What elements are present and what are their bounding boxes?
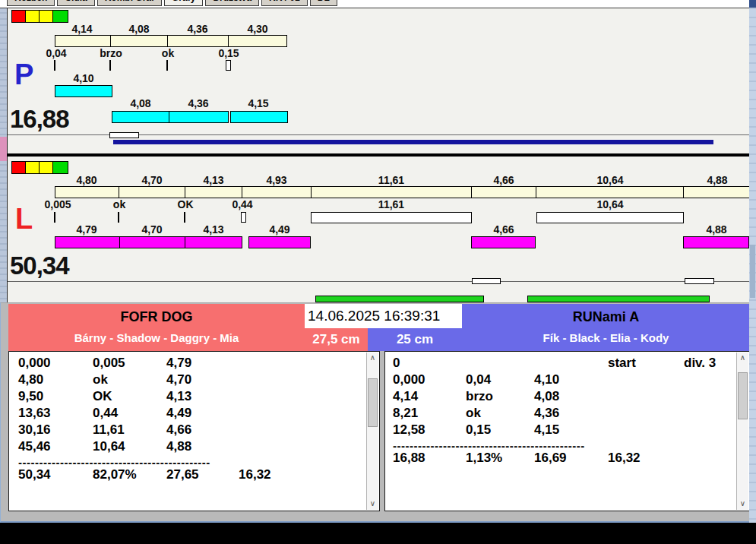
left-team-name: FOFR DOG [8,304,305,325]
bottom-black-band [0,523,756,544]
table-cell: 9,50 [18,389,43,404]
table-row: 0startdiv. 3 [385,356,736,372]
table-cell: 4,10 [534,372,559,387]
right-team-name: RUNami A [462,304,750,325]
scroll-down-icon[interactable]: ∨ [737,498,748,510]
totals-cell: 1,13% [466,451,502,466]
table-cell: 4,70 [166,372,191,387]
table-cell: 4,66 [166,422,191,438]
table-row: 0,0000,044,10 [385,372,736,389]
dash-separator: ----------------------------------------… [385,439,736,451]
table-cell: 4,08 [534,389,559,404]
left-table-content: 0,0000,0054,794,80ok4,709,50OK4,1313,630… [9,352,366,511]
table-row: 30,1611,614,66 [9,422,366,439]
table-cell: 4,15 [534,422,559,438]
tab-dru-stva[interactable]: Družstva [205,0,259,6]
tab-strip: RozbehČidlaKombi GrafGrafyDružstvaKK / 0… [0,0,756,6]
table-cell: 45,46 [18,439,51,454]
totals-cell: 50,34 [18,467,51,482]
totals-cell: 16,69 [534,451,567,466]
tab--idla[interactable]: Čidla [57,0,94,6]
table-cell: 13,63 [18,406,51,421]
table-cell: 0,04 [466,372,491,387]
right-table-content: 0startdiv. 30,0000,044,104,14brzo4,088,2… [385,352,736,511]
right-results-table: 0startdiv. 30,0000,044,104,14brzo4,088,2… [384,351,750,511]
scroll-up-icon[interactable]: ∧ [367,353,378,364]
table-cell: 4,88 [166,439,191,454]
table-cell: 0 [393,356,400,371]
table-row: 0,0000,0054,79 [9,356,366,372]
table-cell: 0,000 [18,356,51,371]
left-team-header: FOFR DOG Bárny - Shadow - Daggry - Mia [8,304,305,351]
table-row: 45,4610,644,88 [9,439,366,456]
right-team-header: RUNami A Fík - Black - Elia - Kody [462,304,750,351]
left-table-scrollbar[interactable]: ∧ ∨ [366,353,378,510]
scroll-down-icon[interactable]: ∨ [367,498,378,510]
totals-row: 16,881,13%16,6916,32 [385,451,736,467]
timing-chart-panel [7,8,750,302]
totals-cell: 16,32 [608,451,641,466]
table-cell: 4,13 [166,389,191,404]
totals-cell: 16,88 [393,451,425,466]
tab-rozbeh[interactable]: Rozbeh [7,0,55,6]
table-cell: 0,44 [93,406,118,421]
scrollbar-thumb[interactable] [368,378,378,427]
dash-separator: ----------------------------------------… [9,456,366,467]
left-jump-height: 27,5 cm [305,328,368,351]
right-team-dogs: Fík - Black - Elia - Kody [462,331,750,344]
table-cell: 0,15 [466,422,491,438]
left-team-dogs: Bárny - Shadow - Daggry - Mia [8,331,305,344]
table-row: 13,630,444,49 [9,406,366,422]
table-row: 8,21ok4,36 [385,406,736,422]
scrollbar-corner [749,0,756,8]
table-cell: 12,58 [393,422,425,438]
left-edge-scrollbar[interactable] [0,8,7,302]
right-jump-height: 25 cm [368,328,462,351]
table-cell: 4,14 [393,389,418,404]
table-cell: 0,000 [393,372,425,387]
table-cell: ok [466,406,481,421]
results-panel: FOFR DOG Bárny - Shadow - Daggry - Mia 1… [0,302,756,523]
tab-kombi-graf[interactable]: Kombi Graf [97,0,162,6]
table-cell: brzo [466,389,493,404]
left-results-table: 0,0000,0054,794,80ok4,709,50OK4,1313,630… [8,351,380,511]
table-cell: start [608,356,636,371]
totals-cell: 27,65 [166,467,199,482]
table-cell: 4,36 [534,406,559,421]
table-row: 4,14brzo4,08 [385,389,736,406]
table-cell: 10,64 [93,439,125,454]
tab-kk-01[interactable]: KK / 01 [261,0,308,6]
table-cell: OK [93,389,112,404]
tab-dl[interactable]: DL [310,0,337,6]
right-table-scrollbar[interactable]: ∧ ∨ [736,353,748,510]
table-cell: 0,005 [93,356,125,371]
table-row: 9,50OK4,13 [9,389,366,406]
table-cell: 4,49 [166,406,191,421]
table-row: 4,80ok4,70 [9,372,366,389]
table-cell: 8,21 [393,406,418,421]
table-cell: 4,80 [18,372,43,387]
scrollbar-thumb[interactable] [750,245,755,298]
tab-bar: RozbehČidlaKombi GrafGrafyDružstvaKK / 0… [0,0,756,8]
totals-cell: 16,32 [239,467,271,482]
scroll-up-icon[interactable]: ∧ [737,353,748,364]
table-cell: div. 3 [684,356,716,371]
totals-cell: 82,07% [93,467,137,482]
table-cell: 4,79 [166,356,191,371]
table-cell: 30,16 [18,422,51,438]
totals-row: 50,3482,07%27,6516,32 [9,467,366,484]
main-vertical-scrollbar[interactable] [749,0,756,523]
table-cell: 11,61 [93,422,125,438]
left-scrollbar-marker [0,137,7,161]
table-cell: ok [93,372,108,387]
scrollbar-thumb[interactable] [738,372,748,419]
tab-grafy[interactable]: Grafy [164,0,203,6]
table-row: 12,580,154,15 [385,422,736,439]
datetime-display: 14.06.2025 16:39:31 [305,304,462,328]
